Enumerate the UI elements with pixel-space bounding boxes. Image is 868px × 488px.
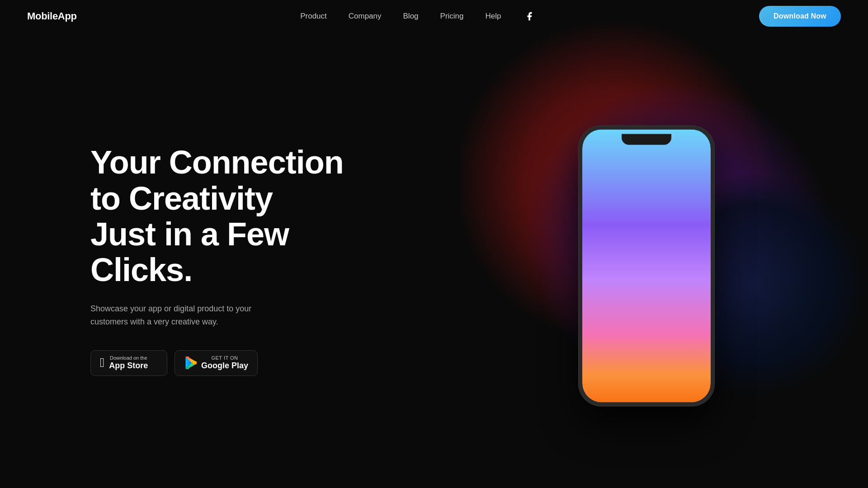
nav-product[interactable]: Product — [300, 12, 327, 20]
navbar: MobileApp Product Company Blog Pricing H… — [0, 0, 868, 33]
phone-mockup-container — [579, 126, 714, 406]
nav-blog[interactable]: Blog — [403, 12, 419, 20]
app-store-large-text: App Store — [109, 361, 148, 371]
download-now-button[interactable]: Download Now — [759, 6, 841, 27]
hero-content: Your Connection to Creativity Just in a … — [90, 145, 344, 375]
hero-subtitle: Showcase your app or digital product to … — [90, 302, 289, 328]
google-play-small-text: GET IT ON — [201, 355, 248, 361]
phone-screen — [582, 129, 711, 402]
app-store-button[interactable]:  Download on the App Store — [90, 350, 167, 376]
google-play-icon — [184, 357, 197, 369]
google-play-large-text: Google Play — [201, 361, 248, 371]
nav-pricing[interactable]: Pricing — [440, 12, 464, 20]
nav-links: Product Company Blog Pricing Help — [300, 10, 535, 23]
phone-vol-up-button — [579, 174, 580, 192]
phone-vol-down-button — [579, 199, 580, 217]
facebook-icon — [524, 11, 534, 21]
google-play-button[interactable]: GET IT ON Google Play — [175, 350, 258, 376]
phone-side-button — [713, 183, 714, 211]
google-play-text: GET IT ON Google Play — [201, 355, 248, 371]
nav-help[interactable]: Help — [486, 12, 501, 20]
app-store-small-text: Download on the — [109, 355, 148, 361]
nav-company[interactable]: Company — [349, 12, 382, 20]
nav-facebook[interactable] — [523, 10, 536, 23]
apple-icon:  — [100, 356, 104, 370]
phone-mockup — [579, 126, 714, 406]
hero-title: Your Connection to Creativity Just in a … — [90, 145, 344, 288]
phone-notch — [622, 134, 671, 145]
hero-section: Your Connection to Creativity Just in a … — [0, 33, 868, 488]
store-buttons:  Download on the App Store — [90, 350, 344, 376]
brand-logo: MobileApp — [27, 10, 77, 22]
app-store-text: Download on the App Store — [109, 355, 148, 371]
